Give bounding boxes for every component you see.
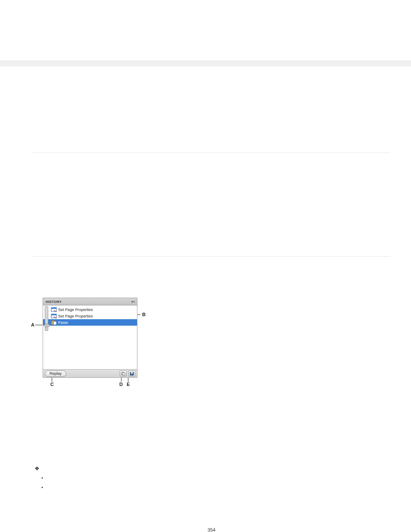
dot-bullet-icon: • bbox=[34, 485, 45, 490]
history-row[interactable]: Set Page Properties bbox=[43, 306, 137, 313]
callout-a: A bbox=[31, 322, 34, 327]
svg-rect-10 bbox=[123, 373, 125, 375]
replay-button[interactable]: Replay bbox=[45, 370, 66, 377]
callout-d-line bbox=[121, 377, 121, 382]
page-properties-icon bbox=[51, 307, 57, 312]
top-divider-bar bbox=[0, 60, 411, 66]
panel-menu-icon[interactable]: ▾≡ bbox=[131, 300, 135, 304]
panel-header: HISTORY ▾≡ bbox=[43, 298, 137, 305]
history-row-label: Set Page Properties bbox=[58, 314, 93, 318]
history-row-label: Paste bbox=[58, 320, 68, 325]
page-content: A B C D E HISTORY ▾≡ bbox=[0, 152, 411, 532]
svg-rect-8 bbox=[53, 321, 56, 325]
history-panel: HISTORY ▾≡ bbox=[43, 298, 137, 377]
callout-a-line bbox=[35, 325, 42, 325]
history-slider-thumb[interactable] bbox=[44, 322, 50, 327]
paste-icon bbox=[51, 320, 57, 325]
page-number: 354 bbox=[33, 527, 390, 532]
svg-marker-0 bbox=[44, 324, 50, 327]
diamond-bullet-icon: ❖ bbox=[34, 465, 40, 472]
panel-body: Set Page Properties Set Page Properties bbox=[43, 305, 137, 370]
history-row-label: Set Page Properties bbox=[58, 308, 93, 312]
bullet-list: ❖ • • bbox=[33, 464, 390, 492]
page-properties-icon bbox=[51, 314, 57, 319]
callout-e: E bbox=[127, 382, 130, 387]
panel-footer: Replay bbox=[43, 370, 137, 377]
callout-e-line bbox=[128, 377, 128, 382]
history-row-selected[interactable]: Paste bbox=[43, 319, 137, 326]
callout-d: D bbox=[119, 382, 123, 387]
svg-rect-5 bbox=[51, 314, 56, 315]
callout-b: B bbox=[142, 312, 146, 317]
copy-steps-icon[interactable] bbox=[120, 370, 127, 376]
history-row[interactable]: Set Page Properties bbox=[43, 313, 137, 319]
bullet-item: • bbox=[34, 482, 390, 492]
bullet-item: ❖ bbox=[34, 464, 390, 473]
svg-rect-12 bbox=[131, 372, 133, 373]
callout-c-line bbox=[52, 377, 52, 382]
dot-bullet-icon: • bbox=[34, 476, 45, 480]
save-steps-icon[interactable] bbox=[128, 370, 135, 376]
svg-rect-2 bbox=[51, 308, 56, 309]
callout-c: C bbox=[50, 382, 54, 387]
panel-title: HISTORY bbox=[46, 300, 62, 304]
bullet-item: • bbox=[34, 473, 390, 482]
rule-1 bbox=[33, 152, 390, 153]
rule-2 bbox=[33, 256, 390, 257]
